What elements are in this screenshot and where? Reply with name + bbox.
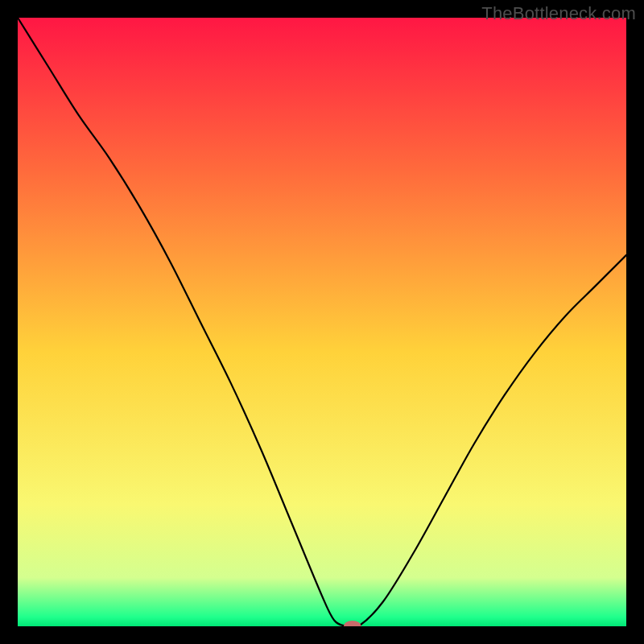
chart-svg [18,18,626,626]
watermark-text: TheBottleneck.com [481,3,636,24]
chart-frame: TheBottleneck.com [0,0,644,644]
chart-plot-area [18,18,626,626]
chart-background [18,18,626,626]
